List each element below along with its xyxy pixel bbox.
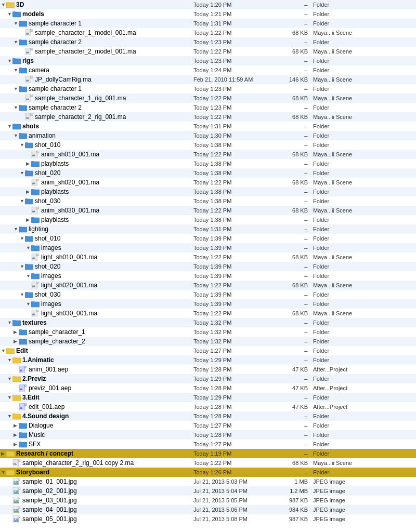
list-item[interactable]: sample_01_001.jpgJul 21, 2013 5:03 PM1 M… xyxy=(0,477,416,486)
svg-rect-151 xyxy=(6,470,15,475)
list-item[interactable]: 3.EditToday 1:29 PM--Folder xyxy=(0,393,416,402)
list-item[interactable]: shot_010Today 1:38 PM--Folder xyxy=(0,140,416,150)
list-item[interactable]: MA sample_character_2_rig_001 copy 2.maT… xyxy=(0,458,416,468)
list-item[interactable]: imagesToday 1:39 PM--Folder xyxy=(0,271,416,281)
list-item[interactable]: playblastsToday 1:38 PM--Folder xyxy=(0,159,416,168)
list-item[interactable]: shot_020Today 1:39 PM--Folder xyxy=(0,262,416,271)
disclosure-triangle[interactable] xyxy=(14,432,19,437)
disclosure-triangle[interactable] xyxy=(7,11,12,17)
list-item[interactable]: DialogueToday 1:27 PM--Folder xyxy=(0,421,416,430)
list-item[interactable]: SFXToday 1:27 PM--Folder xyxy=(0,440,416,449)
name-cell: MA JP_dollyCamRig.ma xyxy=(1,76,193,83)
list-item[interactable]: cameraToday 1:24 PM--Folder xyxy=(0,65,416,75)
disclosure-triangle[interactable] xyxy=(14,39,19,45)
list-item[interactable]: sample_03_001.jpgJul 21, 2013 5:05 PM987… xyxy=(0,496,416,505)
disclosure-triangle[interactable] xyxy=(14,21,19,26)
disclosure-triangle[interactable] xyxy=(20,292,25,297)
list-item[interactable]: shot_020Today 1:38 PM--Folder xyxy=(0,168,416,178)
list-item[interactable]: Research / conceptToday 1:19 PM--Folder xyxy=(0,449,416,458)
list-item[interactable]: MA sample_character_1_model_001.maToday … xyxy=(0,28,416,37)
list-item[interactable]: 1.AnimaticToday 1:29 PM--Folder xyxy=(0,355,416,365)
svg-point-164 xyxy=(15,500,16,501)
disclosure-triangle[interactable] xyxy=(14,86,19,91)
list-item[interactable]: sample_02_001.jpgJul 21, 2013 5:04 PM1.2… xyxy=(0,486,416,496)
list-item[interactable]: StoryboardToday 1:26 PM--Folder xyxy=(0,468,416,477)
list-item[interactable]: MA light_sh030_001.maToday 1:22 PM68 KBM… xyxy=(0,309,416,318)
list-item[interactable]: animationToday 1:30 PM--Folder xyxy=(0,131,416,140)
disclosure-triangle[interactable] xyxy=(14,442,19,447)
file-kind: Folder xyxy=(313,170,415,176)
disclosure-triangle[interactable] xyxy=(7,58,12,63)
item-name: Research / concept xyxy=(16,450,73,457)
file-kind: Folder xyxy=(313,132,415,139)
disclosure-triangle[interactable] xyxy=(20,198,25,204)
disclosure-triangle[interactable] xyxy=(20,264,25,269)
disclosure-triangle[interactable] xyxy=(14,329,19,335)
disclosure-triangle[interactable] xyxy=(1,2,6,7)
disclosure-triangle[interactable] xyxy=(20,142,25,148)
list-item[interactable]: shotsToday 1:31 PM--Folder xyxy=(0,122,416,131)
list-item[interactable]: 2.PrevizToday 1:29 PM--Folder xyxy=(0,374,416,383)
list-item[interactable]: MusicToday 1:28 PM--Folder xyxy=(0,430,416,440)
list-item[interactable]: sample character 2Today 1:23 PM--Folder xyxy=(0,37,416,47)
list-item[interactable]: MA anim_sh030_001.maToday 1:22 PM68 KBMa… xyxy=(0,206,416,215)
disclosure-triangle[interactable] xyxy=(14,339,19,344)
disclosure-triangle[interactable] xyxy=(14,133,19,138)
list-item[interactable]: sample_character_2Today 1:32 PM--Folder xyxy=(0,337,416,346)
list-item[interactable]: shot_010Today 1:39 PM--Folder xyxy=(0,234,416,243)
list-item[interactable]: MA sample_character_1_rig_001.maToday 1:… xyxy=(0,94,416,103)
list-item[interactable]: shot_030Today 1:38 PM--Folder xyxy=(0,196,416,206)
disclosure-triangle[interactable] xyxy=(14,68,19,73)
disclosure-triangle[interactable] xyxy=(1,348,6,353)
list-item[interactable]: MA anim_sh020_001.maToday 1:22 PM68 KBMa… xyxy=(0,178,416,187)
disclosure-triangle[interactable] xyxy=(26,189,31,194)
disclosure-triangle[interactable] xyxy=(7,395,12,400)
list-item[interactable]: AE previz_001.aepToday 1:28 PM47 KBAfter… xyxy=(0,383,416,393)
list-item[interactable]: MA sample_character_2_model_001.maToday … xyxy=(0,47,416,56)
disclosure-triangle[interactable] xyxy=(26,161,31,166)
list-item[interactable]: MA JP_dollyCamRig.maFeb 21, 2010 11:59 A… xyxy=(0,75,416,84)
list-item[interactable]: playblastsToday 1:38 PM--Folder xyxy=(0,187,416,196)
list-item[interactable]: rigsToday 1:23 PM--Folder xyxy=(0,56,416,65)
list-item[interactable]: EditToday 1:27 PM--Folder xyxy=(0,346,416,355)
disclosure-triangle[interactable] xyxy=(26,245,31,250)
list-item[interactable]: sample_04_001.jpgJul 21, 2013 5:06 PM984… xyxy=(0,505,416,514)
list-item[interactable]: MA anim_sh010_001.maToday 1:22 PM68 KBMa… xyxy=(0,150,416,159)
list-item[interactable]: AE anim_001.aepToday 1:28 PM47 KBAfter..… xyxy=(0,365,416,374)
date-modified: Today 1:39 PM xyxy=(193,301,277,307)
disclosure-triangle[interactable] xyxy=(7,376,12,381)
list-item[interactable]: sample character 1Today 1:23 PM--Folder xyxy=(0,84,416,94)
disclosure-triangle[interactable] xyxy=(26,301,31,307)
disclosure-triangle[interactable] xyxy=(26,273,31,278)
list-item[interactable]: sample character 1Today 1:31 PM--Folder xyxy=(0,19,416,28)
list-item[interactable]: imagesToday 1:39 PM--Folder xyxy=(0,243,416,252)
disclosure-triangle[interactable] xyxy=(7,414,12,419)
list-item[interactable]: shot_030Today 1:39 PM--Folder xyxy=(0,290,416,299)
list-item[interactable]: modelsToday 1:21 PM--Folder xyxy=(0,9,416,19)
disclosure-triangle[interactable] xyxy=(14,227,19,232)
list-item[interactable]: 3DToday 1:20 PM--Folder xyxy=(0,0,416,9)
list-item[interactable]: playblastsToday 1:38 PM--Folder xyxy=(0,215,416,224)
disclosure-triangle[interactable] xyxy=(14,105,19,110)
list-item[interactable]: sample_05_001.jpgJul 21, 2013 5:08 PM987… xyxy=(0,514,416,524)
disclosure-triangle[interactable] xyxy=(14,423,19,428)
disclosure-triangle[interactable] xyxy=(20,170,25,176)
list-item[interactable]: texturesToday 1:32 PM--Folder xyxy=(0,318,416,327)
list-item[interactable]: MA light_sh010_001.maToday 1:22 PM68 KBM… xyxy=(0,252,416,262)
disclosure-triangle[interactable] xyxy=(1,451,6,456)
list-item[interactable]: AE edit_001.aepToday 1:28 PM47 KBAfter..… xyxy=(0,402,416,411)
list-item[interactable]: imagesToday 1:39 PM--Folder xyxy=(0,299,416,309)
list-item[interactable]: MA sample_character_2_rig_001.maToday 1:… xyxy=(0,112,416,122)
list-item[interactable]: 4.Sound designToday 1:28 PM--Folder xyxy=(0,411,416,421)
disclosure-triangle[interactable] xyxy=(1,470,6,475)
list-item[interactable]: sample character 2Today 1:23 PM--Folder xyxy=(0,103,416,112)
disclosure-triangle[interactable] xyxy=(20,236,25,241)
disclosure-triangle[interactable] xyxy=(7,124,12,129)
date-modified: Today 1:38 PM xyxy=(193,189,277,195)
disclosure-triangle[interactable] xyxy=(7,320,12,325)
list-item[interactable]: lightingToday 1:31 PM--Folder xyxy=(0,224,416,234)
disclosure-triangle[interactable] xyxy=(7,357,12,363)
list-item[interactable]: sample_character_1Today 1:32 PM--Folder xyxy=(0,327,416,337)
list-item[interactable]: MA light_sh020_001.maToday 1:22 PM68 KBM… xyxy=(0,281,416,290)
disclosure-triangle[interactable] xyxy=(26,217,31,222)
